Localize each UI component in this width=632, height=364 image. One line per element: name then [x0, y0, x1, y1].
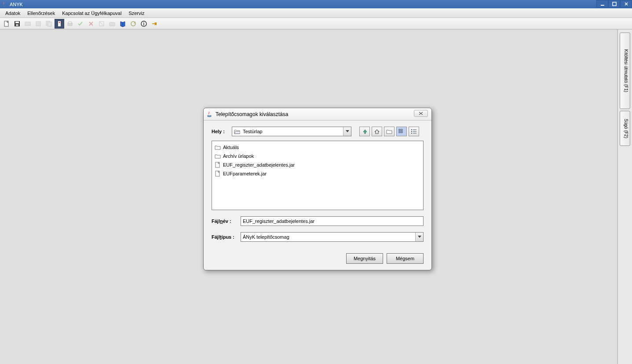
filename-input[interactable] — [241, 216, 424, 226]
maximize-button[interactable] — [608, 0, 620, 7]
window-controls — [596, 0, 632, 8]
book-icon[interactable] — [118, 19, 128, 29]
svg-rect-22 — [401, 131, 402, 133]
svg-rect-19 — [399, 129, 400, 131]
svg-rect-5 — [16, 24, 18, 26]
svg-rect-24 — [413, 130, 416, 130]
file-list[interactable]: Aktuáls Archív ürlapok EUF_regiszter_ada… — [212, 141, 424, 210]
pointer-icon[interactable] — [150, 19, 159, 29]
svg-rect-21 — [399, 131, 400, 133]
refresh-icon[interactable] — [128, 19, 138, 29]
menu-kapcsolat[interactable]: Kapcsolat az Ügyfélkapuval — [58, 9, 125, 17]
svg-rect-9 — [48, 22, 51, 26]
new-icon[interactable] — [2, 19, 11, 29]
filetype-value: ÁNyK telepítőcsomag — [243, 234, 289, 240]
details-view-button[interactable] — [409, 127, 419, 136]
open-button[interactable]: Megnyitás — [346, 253, 383, 264]
print-icon — [65, 19, 75, 29]
dialog-title: Telepítőcsomagok kiválasztása — [216, 111, 288, 117]
tool-btn-5 — [44, 19, 54, 29]
file-name: Aktuáls — [223, 145, 239, 150]
tool-btn-3 — [23, 19, 33, 29]
svg-text:i: i — [143, 22, 145, 26]
save-icon[interactable] — [12, 19, 22, 29]
file-icon — [215, 171, 221, 177]
chevron-down-icon[interactable] — [415, 233, 423, 241]
svg-rect-28 — [413, 133, 416, 134]
dialog-body: Hely : Testürlap Aktuáls — [204, 120, 431, 270]
tool-btn-11 — [107, 19, 117, 29]
home-button[interactable] — [372, 127, 382, 136]
window-title: ANYK — [10, 2, 23, 7]
filetype-combo[interactable]: ÁNyK telepítőcsomag — [241, 232, 424, 242]
list-item[interactable]: EUFparameterek.jar — [214, 169, 421, 178]
dialog-buttons: Megnyitás Mégsem — [212, 253, 424, 264]
folder-icon — [215, 144, 221, 150]
list-item[interactable]: Archív ürlapok — [214, 152, 421, 160]
folder-icon — [215, 153, 221, 159]
svg-rect-18 — [156, 22, 157, 25]
side-tab-guide[interactable]: Kitöltési útmutató (F1) — [620, 33, 630, 109]
java-icon — [206, 111, 213, 118]
svg-rect-23 — [411, 129, 412, 130]
svg-rect-14 — [110, 22, 115, 26]
file-name: EUFparameterek.jar — [223, 171, 267, 176]
filename-row: Fájlnév : — [212, 216, 424, 226]
menubar: Adatok Ellenőrzések Kapcsolat az Ügyfélk… — [0, 8, 632, 18]
menu-ellenorzesek[interactable]: Ellenőrzések — [24, 9, 58, 17]
cancel-button[interactable]: Mégsem — [387, 253, 424, 264]
close-button[interactable] — [620, 0, 632, 7]
tool-btn-6[interactable] — [55, 19, 64, 29]
svg-rect-1 — [613, 2, 616, 6]
file-chooser-dialog: Telepítőcsomagok kiválasztása Hely : Tes… — [203, 108, 432, 270]
list-item[interactable]: EUF_regiszter_adatbejelentes.jar — [214, 160, 421, 169]
new-folder-button[interactable] — [384, 127, 395, 136]
toolbar: i — [0, 18, 632, 29]
cancel-icon — [86, 19, 96, 29]
filetype-label: Fájltípus : — [212, 234, 238, 240]
titlebar: ANYK — [0, 0, 632, 8]
location-row: Hely : Testürlap — [212, 127, 424, 136]
folder-open-icon — [234, 129, 241, 134]
info-icon[interactable]: i — [139, 19, 149, 29]
tool-btn-10 — [97, 19, 106, 29]
location-value: Testürlap — [243, 129, 263, 134]
menu-adatok[interactable]: Adatok — [2, 9, 24, 17]
filetype-row: Fájltípus : ÁNyK telepítőcsomag — [212, 232, 424, 242]
svg-rect-4 — [15, 22, 19, 23]
tool-btn-4 — [33, 19, 43, 29]
list-view-button[interactable] — [396, 127, 407, 136]
chevron-down-icon[interactable] — [343, 127, 351, 136]
svg-rect-25 — [411, 131, 412, 132]
side-tabs: Kitöltési útmutató (F1) Súgó (F2) — [620, 33, 630, 146]
svg-rect-7 — [36, 22, 40, 26]
list-item[interactable]: Aktuáls — [214, 143, 421, 152]
java-icon — [2, 1, 8, 7]
svg-point-11 — [59, 22, 60, 23]
side-tab-help[interactable]: Súgó (F2) — [620, 111, 630, 146]
filename-label: Fájlnév : — [212, 218, 238, 224]
svg-rect-0 — [601, 5, 604, 6]
file-name: EUF_regiszter_adatbejelentes.jar — [223, 162, 295, 167]
location-label: Hely : — [212, 129, 229, 134]
svg-rect-6 — [25, 22, 30, 25]
up-one-level-button[interactable] — [359, 127, 370, 136]
check-icon — [76, 19, 85, 29]
minimize-button[interactable] — [596, 0, 608, 7]
menu-szerviz[interactable]: Szerviz — [125, 9, 148, 17]
file-icon — [215, 162, 221, 168]
svg-rect-20 — [401, 129, 402, 131]
dialog-close-button[interactable] — [414, 110, 428, 117]
file-name: Archív ürlapok — [223, 153, 254, 159]
svg-rect-27 — [411, 133, 412, 134]
svg-rect-13 — [69, 22, 71, 23]
svg-rect-26 — [413, 131, 416, 132]
dialog-titlebar[interactable]: Telepítőcsomagok kiválasztása — [204, 108, 431, 120]
location-combo[interactable]: Testürlap — [232, 127, 351, 136]
